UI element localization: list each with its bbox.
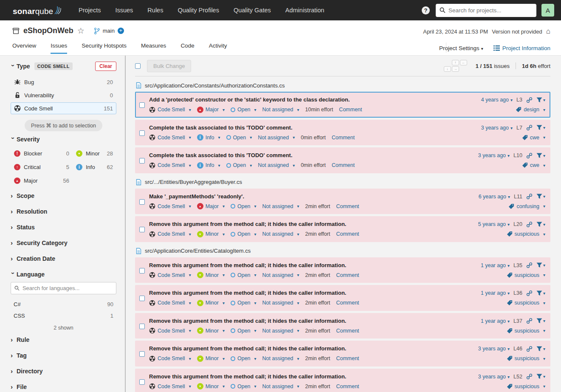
issue-checkbox[interactable] (139, 102, 145, 108)
issue-type-dropdown[interactable]: Code Smell (149, 203, 191, 209)
issue-severity-dropdown[interactable]: Minor (197, 355, 225, 362)
issue-row[interactable]: Remove this argument from the method cal… (135, 313, 550, 339)
issue-title[interactable]: Remove this argument from the method cal… (149, 318, 481, 324)
comment-link[interactable]: Comment (336, 300, 359, 306)
issue-row[interactable]: Complete the task associated to this 'TO… (135, 147, 550, 173)
facet-severity-header[interactable]: › Severity (11, 135, 116, 143)
issue-severity-dropdown[interactable]: Info (197, 134, 220, 141)
issue-assignee-dropdown[interactable]: Not assigned (262, 203, 299, 209)
permalink-icon[interactable] (526, 193, 533, 200)
comment-link[interactable]: Comment (336, 203, 359, 209)
comment-link[interactable]: Comment (336, 328, 359, 334)
issue-age-dropdown[interactable]: 5 years ago (478, 221, 510, 227)
filter-similar-icon[interactable] (536, 222, 545, 227)
issue-age-dropdown[interactable]: 3 years ago (481, 125, 513, 131)
file-header[interactable]: src/ApplicationCore/Entities/CatalogItem… (136, 248, 550, 254)
permalink-icon[interactable] (526, 290, 533, 296)
issue-severity-dropdown[interactable]: Minor (197, 383, 225, 389)
issue-assignee-dropdown[interactable]: Not assigned (262, 300, 299, 306)
facet-item-csharp[interactable]: C# 90 (11, 299, 116, 310)
issue-severity-dropdown[interactable]: Minor (197, 327, 225, 334)
permalink-icon[interactable] (526, 318, 533, 324)
filter-similar-icon[interactable] (536, 290, 545, 296)
issue-type-dropdown[interactable]: Code Smell (149, 107, 191, 113)
permalink-icon[interactable] (526, 152, 533, 159)
issue-title[interactable]: Remove this argument from the method cal… (149, 221, 478, 227)
issue-age-dropdown[interactable]: 1 year ago (481, 318, 510, 324)
permalink-icon[interactable] (526, 97, 533, 103)
tab-overview[interactable]: Overview (12, 42, 36, 54)
issue-tags-dropdown[interactable]: confusing (508, 203, 545, 209)
issue-severity-dropdown[interactable]: Major (197, 107, 225, 113)
issue-checkbox[interactable] (139, 379, 145, 385)
issue-checkbox[interactable] (139, 296, 145, 301)
tab-issues[interactable]: Issues (51, 42, 67, 54)
issue-row[interactable]: Complete the task associated to this 'TO… (135, 120, 550, 146)
issue-tags-dropdown[interactable]: suspicious (507, 384, 545, 389)
filter-similar-icon[interactable] (536, 318, 545, 324)
issue-type-dropdown[interactable]: Code Smell (149, 300, 191, 306)
nav-rules[interactable]: Rules (147, 7, 163, 14)
search-input[interactable] (448, 7, 533, 14)
facet-item-critical[interactable]: Critical 5 (11, 161, 73, 173)
tab-security-hotspots[interactable]: Security Hotspots (82, 42, 127, 54)
facet-rule[interactable]: › Rule (11, 332, 116, 347)
facet-type-header[interactable]: › Type CODE SMELL Clear (11, 62, 116, 71)
filter-similar-icon[interactable] (536, 125, 545, 130)
issue-title[interactable]: Add a 'protected' constructor or the 'st… (149, 96, 481, 103)
facet-item-vulnerability[interactable]: Vulnerability 0 (11, 89, 116, 101)
nav-issues[interactable]: Issues (115, 7, 133, 14)
branch-name[interactable]: main (103, 28, 115, 34)
permalink-icon[interactable] (526, 124, 533, 131)
file-header[interactable]: src/ApplicationCore/Constants/Authorizat… (136, 82, 550, 89)
issue-severity-dropdown[interactable]: Major (197, 203, 225, 209)
issue-status-dropdown[interactable]: Open (231, 355, 257, 361)
comment-link[interactable]: Comment (336, 231, 359, 237)
project-information-link[interactable]: Project Information (493, 45, 550, 51)
facet-item-code-smell[interactable]: Code Smell 151 (11, 102, 116, 114)
issue-row[interactable]: Remove this argument from the method cal… (135, 369, 550, 392)
comment-link[interactable]: Comment (336, 355, 359, 361)
nav-quality-gates[interactable]: Quality Gates (234, 7, 271, 14)
issue-checkbox[interactable] (139, 227, 145, 232)
issue-tags-dropdown[interactable]: suspicious (507, 300, 545, 306)
facet-scope[interactable]: › Scope (11, 188, 116, 203)
nav-administration[interactable]: Administration (285, 7, 324, 14)
comment-link[interactable]: Comment (336, 384, 359, 389)
issue-status-dropdown[interactable]: Open (231, 231, 257, 237)
issue-status-dropdown[interactable]: Open (226, 162, 252, 168)
issue-status-dropdown[interactable]: Open (231, 203, 257, 209)
facet-resolution[interactable]: › Resolution (11, 203, 116, 219)
comment-link[interactable]: Comment (332, 135, 355, 141)
issue-checkbox[interactable] (139, 130, 145, 136)
issue-severity-dropdown[interactable]: Info (197, 162, 220, 169)
nav-projects[interactable]: Projects (79, 7, 101, 14)
facet-language-header[interactable]: › Language (11, 266, 116, 280)
issue-assignee-dropdown[interactable]: Not assigned (262, 107, 299, 113)
clear-filter-button[interactable]: Clear (95, 62, 116, 71)
facet-item-minor[interactable]: Minor 28 (73, 148, 116, 159)
issue-row[interactable]: Make '_paymentMethods' 'readonly'. 6 yea… (135, 189, 550, 214)
help-icon[interactable]: ? (422, 6, 430, 14)
facet-item-css[interactable]: CSS 1 (11, 310, 116, 321)
issue-checkbox[interactable] (139, 324, 145, 329)
issue-checkbox[interactable] (139, 351, 145, 357)
comment-link[interactable]: Comment (332, 162, 355, 168)
issue-age-dropdown[interactable]: 6 years ago (479, 194, 510, 200)
tab-code[interactable]: Code (180, 42, 194, 54)
issue-age-dropdown[interactable]: 1 year ago (481, 290, 510, 296)
favorite-star-icon[interactable]: ☆ (77, 26, 85, 36)
issue-tags-dropdown[interactable]: design (516, 107, 545, 113)
issue-tags-dropdown[interactable]: suspicious (507, 272, 545, 278)
issue-title[interactable]: Make '_paymentMethods' 'readonly'. (149, 193, 479, 200)
facet-security-category[interactable]: › Security Category (11, 235, 116, 251)
issue-assignee-dropdown[interactable]: Not assigned (262, 384, 299, 389)
project-settings-dropdown[interactable]: Project Settings (439, 45, 483, 51)
issue-status-dropdown[interactable]: Open (226, 135, 252, 141)
issue-assignee-dropdown[interactable]: Not assigned (258, 162, 295, 168)
issue-type-dropdown[interactable]: Code Smell (149, 162, 191, 169)
filter-similar-icon[interactable] (536, 194, 545, 199)
home-icon[interactable]: ⌂ (546, 27, 550, 36)
permalink-icon[interactable] (526, 221, 533, 228)
add-branch-icon[interactable]: + (118, 28, 124, 34)
